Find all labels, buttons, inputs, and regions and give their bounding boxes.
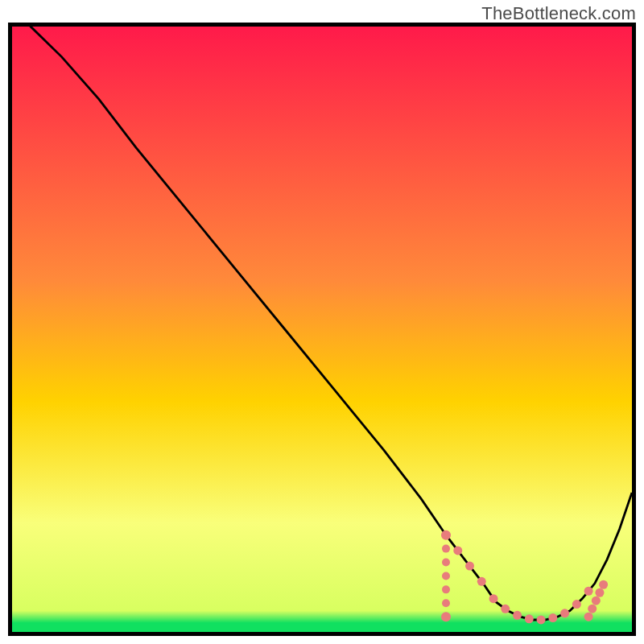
highlight-dot bbox=[599, 580, 608, 589]
highlight-dot bbox=[588, 605, 597, 613]
highlight-dot bbox=[513, 611, 522, 620]
highlight-dot bbox=[537, 615, 546, 624]
highlight-dot bbox=[572, 600, 581, 609]
gradient-background bbox=[12, 27, 632, 632]
highlight-dot bbox=[584, 613, 593, 621]
highlight-dot bbox=[584, 587, 593, 596]
plot-svg bbox=[12, 27, 632, 632]
highlight-dot bbox=[548, 613, 557, 622]
highlight-dot bbox=[592, 597, 601, 605]
highlight-dot bbox=[441, 612, 451, 621]
highlight-dot bbox=[477, 577, 486, 586]
highlight-dot bbox=[442, 530, 451, 539]
watermark-text: TheBottleneck.com bbox=[481, 3, 636, 24]
highlight-dot bbox=[501, 605, 510, 613]
highlight-dot bbox=[595, 588, 604, 597]
highlight-dot bbox=[453, 546, 462, 555]
highlight-dot bbox=[442, 545, 450, 553]
highlight-dot bbox=[442, 572, 450, 580]
highlight-dot bbox=[525, 614, 534, 623]
highlight-dot bbox=[442, 599, 450, 607]
highlight-dot bbox=[442, 559, 450, 567]
highlight-dot bbox=[489, 594, 498, 603]
highlight-dot bbox=[442, 585, 450, 593]
highlight-dot bbox=[465, 562, 474, 571]
plot-area bbox=[8, 23, 636, 636]
highlight-dot bbox=[560, 609, 569, 617]
chart-frame: TheBottleneck.com bbox=[0, 0, 644, 644]
